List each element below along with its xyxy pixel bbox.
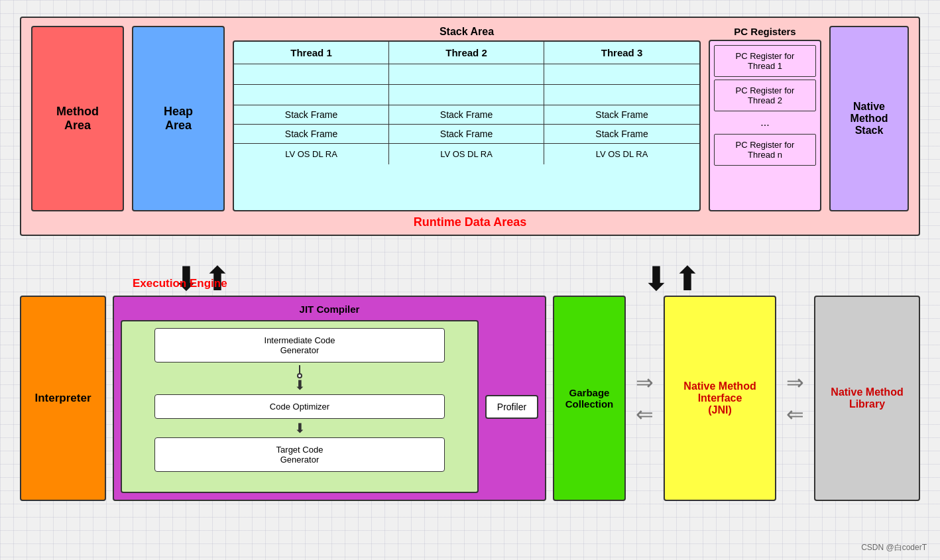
nmi-nml-arrows: ⇒ ⇐	[783, 296, 807, 501]
arrow-down-right: ⬇	[642, 262, 670, 296]
garbage-collection-box: Garbage Collection	[553, 296, 626, 501]
heap-area-label: Heap Area	[164, 105, 193, 133]
stack-empty-2	[389, 64, 544, 84]
native-method-library-box: Native Method Library	[814, 296, 920, 501]
stack-frame-1-2: Stack Frame	[389, 105, 544, 124]
method-area-box: Method Area	[31, 26, 124, 211]
thread3-header: Thread 3	[544, 42, 699, 64]
stack-frame-1-3: Stack Frame	[544, 105, 699, 124]
stack-empty-1	[234, 64, 389, 84]
heap-area-box: Heap Area	[132, 26, 225, 211]
pc-dots: ...	[714, 114, 816, 131]
native-method-interface-box: Native Method Interface (JNI)	[664, 296, 776, 501]
code-optimizer-box: Code Optimizer	[154, 394, 445, 419]
stack-empty-3	[544, 64, 699, 84]
stack-frame-1-1: Stack Frame	[234, 105, 389, 124]
profiler-label: Profiler	[497, 402, 526, 412]
gc-nmi-arrows: ⇒ ⇐	[632, 296, 657, 501]
lv-os-dl-ra-1: LV OS DL RA	[234, 144, 389, 164]
pc-registers-title: PC Registers	[709, 26, 821, 37]
target-code-gen-box: Target Code Generator	[154, 437, 445, 472]
stack-empty-4	[234, 85, 389, 105]
stack-frame-2-3: Stack Frame	[544, 125, 699, 143]
hollow-arrow-left-2: ⇐	[786, 402, 804, 427]
stack-empty-5	[389, 85, 544, 105]
lv-os-dl-ra-3: LV OS DL RA	[544, 144, 699, 164]
jit-box: Intermediate Code Generator ⬇ Code Optim…	[121, 320, 479, 493]
execution-engine-label: Execution Engine	[133, 277, 227, 290]
stack-frame-2-2: Stack Frame	[389, 125, 544, 143]
jit-compiler-title: JIT Compiler	[121, 304, 538, 315]
runtime-data-areas-label: Runtime Data Areas	[31, 215, 909, 229]
stack-empty-6	[544, 85, 699, 105]
pc-register-thread1: PC Register for Thread 1	[714, 45, 816, 77]
pc-register-threadn: PC Register for Thread n	[714, 134, 816, 166]
stack-frame-2-1: Stack Frame	[234, 125, 389, 143]
native-method-stack-label: Native Method Stack	[851, 101, 888, 137]
execution-engine-box: JIT Compiler Intermediate Code Generator…	[113, 296, 546, 501]
hollow-arrow-left-1: ⇐	[636, 402, 654, 427]
stack-area-title: Stack Area	[233, 26, 701, 38]
interpreter-label: Interpreter	[34, 392, 91, 405]
thread1-header: Thread 1	[234, 42, 389, 64]
nml-label: Native Method Library	[831, 386, 903, 410]
hollow-arrow-right-1: ⇒	[636, 370, 654, 395]
watermark: CSDN @白coderT	[861, 542, 927, 553]
lv-os-dl-ra-2: LV OS DL RA	[389, 144, 544, 164]
interpreter-box: Interpreter	[20, 296, 106, 501]
profiler-box: Profiler	[485, 395, 538, 419]
method-area-label: Method Area	[56, 105, 99, 133]
nmi-label: Native Method Interface (JNI)	[683, 380, 756, 416]
thread2-header: Thread 2	[389, 42, 544, 64]
pc-register-thread2: PC Register for Thread 2	[714, 80, 816, 111]
hollow-arrow-right-2: ⇒	[786, 370, 804, 395]
native-method-stack-box: Native Method Stack	[829, 26, 909, 211]
garbage-collection-label: Garbage Collection	[565, 387, 614, 410]
arrow-up-right: ⬆	[674, 262, 701, 296]
intermediate-code-gen-box: Intermediate Code Generator	[154, 328, 445, 363]
